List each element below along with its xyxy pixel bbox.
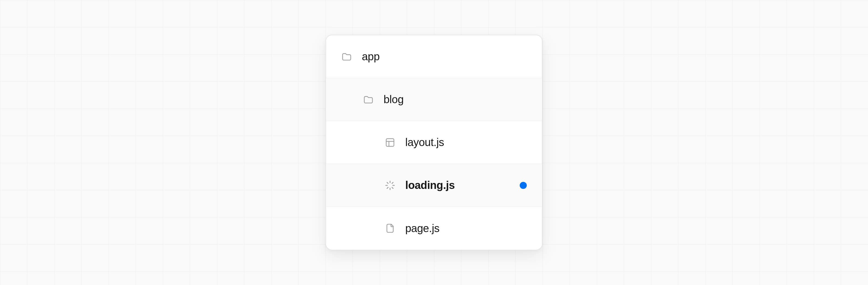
svg-line-6 (392, 187, 393, 189)
folder-icon (363, 94, 374, 105)
svg-line-10 (392, 182, 393, 183)
highlight-dot (520, 182, 527, 189)
file-tree-panel: app blog layout.js (326, 35, 542, 250)
svg-line-5 (387, 182, 388, 183)
tree-row-loading[interactable]: loading.js (326, 164, 542, 207)
folder-icon (341, 51, 352, 62)
svg-line-9 (387, 187, 388, 189)
loading-icon (384, 180, 396, 191)
svg-rect-0 (386, 138, 394, 146)
tree-row-page[interactable]: page.js (326, 207, 542, 250)
tree-label-layout: layout.js (405, 136, 444, 148)
file-icon (384, 223, 396, 234)
tree-label-page: page.js (405, 222, 439, 234)
tree-label-blog: blog (383, 93, 404, 106)
tree-label-app: app (362, 51, 380, 63)
tree-row-app[interactable]: app (326, 35, 542, 78)
layout-icon (384, 137, 396, 148)
tree-label-loading: loading.js (405, 179, 455, 191)
tree-row-layout[interactable]: layout.js (326, 121, 542, 164)
tree-row-blog[interactable]: blog (326, 78, 542, 121)
